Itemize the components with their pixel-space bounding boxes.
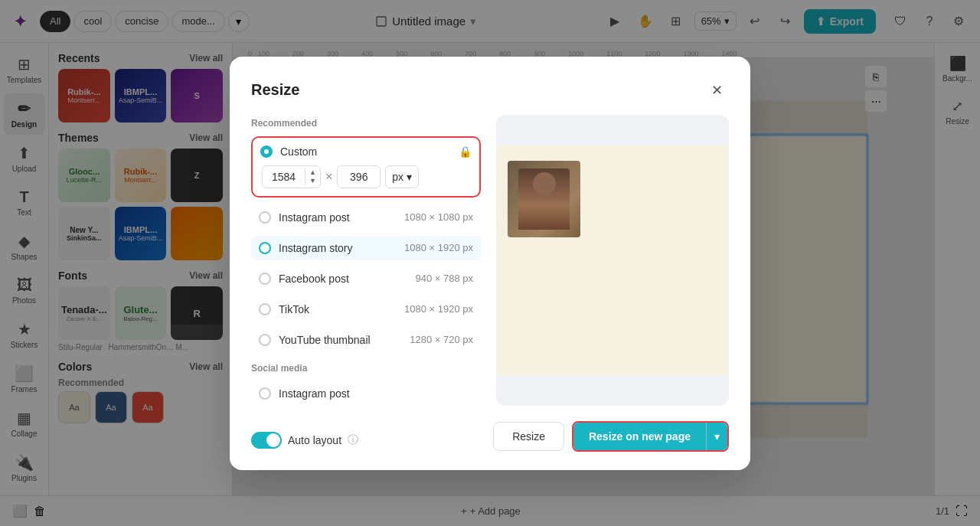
- auto-layout-toggle[interactable]: [251, 432, 282, 449]
- social-instagram-post-radio[interactable]: [259, 387, 271, 400]
- dimension-separator: ×: [325, 170, 332, 184]
- resize-button[interactable]: Resize: [493, 422, 564, 451]
- social-media-label: Social media: [251, 363, 481, 374]
- width-input-wrapper: ▲ ▼: [262, 165, 321, 188]
- tiktok-radio[interactable]: [259, 303, 271, 315]
- youtube-radio[interactable]: [259, 334, 271, 346]
- modal-header: Resize ✕: [251, 78, 729, 103]
- social-instagram-post-option[interactable]: Instagram post: [251, 381, 481, 406]
- modal-options: Recommended Custom 🔒 ▲ ▼: [251, 115, 481, 406]
- height-input[interactable]: [338, 166, 380, 188]
- preview-photo: [508, 161, 580, 237]
- resize-new-page-button-group: Resize on new page ▾: [572, 421, 729, 452]
- unit-chevron-icon: ▾: [407, 171, 412, 183]
- modal-footer: Auto layout ⓘ Resize Resize on new page …: [251, 421, 729, 452]
- unit-select[interactable]: px ▾: [385, 165, 419, 188]
- toggle-knob: [266, 433, 280, 447]
- modal-title: Resize: [251, 81, 299, 99]
- auto-layout-label: Auto layout: [288, 434, 341, 446]
- modal-body: Recommended Custom 🔒 ▲ ▼: [251, 115, 729, 406]
- instagram-story-radio[interactable]: [259, 242, 271, 254]
- resize-new-page-main-button[interactable]: Resize on new page: [573, 423, 706, 450]
- width-down-button[interactable]: ▼: [307, 177, 318, 185]
- facebook-post-radio[interactable]: [259, 273, 271, 285]
- tiktok-option[interactable]: TikTok 1080 × 1920 px: [251, 297, 481, 322]
- auto-layout-row: Auto layout ⓘ: [251, 432, 358, 449]
- custom-option: Custom 🔒 ▲ ▼ ×: [251, 136, 481, 198]
- instagram-story-option[interactable]: Instagram story 1080 × 1920 px: [251, 236, 481, 260]
- instagram-post-radio[interactable]: [259, 211, 271, 224]
- preview-canvas: [496, 145, 729, 375]
- custom-radio[interactable]: [260, 145, 273, 158]
- modal-preview: [496, 115, 729, 406]
- width-stepper: ▲ ▼: [305, 168, 320, 185]
- width-up-button[interactable]: ▲: [307, 168, 318, 177]
- info-icon[interactable]: ⓘ: [348, 433, 358, 447]
- facebook-post-option[interactable]: Facebook post 940 × 788 px: [251, 266, 481, 291]
- modal-overlay[interactable]: Resize ✕ Recommended Custom 🔒: [0, 0, 980, 526]
- custom-inputs: ▲ ▼ × px ▾: [260, 165, 472, 188]
- recommended-label: Recommended: [251, 118, 481, 129]
- custom-option-top: Custom 🔒: [260, 145, 472, 158]
- modal-close-button[interactable]: ✕: [704, 78, 729, 103]
- resize-modal: Resize ✕ Recommended Custom 🔒: [230, 57, 750, 470]
- resize-new-page-dropdown-button[interactable]: ▾: [706, 423, 727, 450]
- height-input-wrapper: [337, 165, 381, 188]
- width-input[interactable]: [263, 166, 305, 188]
- custom-label: Custom: [280, 145, 451, 158]
- youtube-option[interactable]: YouTube thumbnail 1280 × 720 px: [251, 328, 481, 352]
- instagram-post-option[interactable]: Instagram post 1080 × 1080 px: [251, 205, 481, 230]
- lock-icon: 🔒: [459, 145, 472, 158]
